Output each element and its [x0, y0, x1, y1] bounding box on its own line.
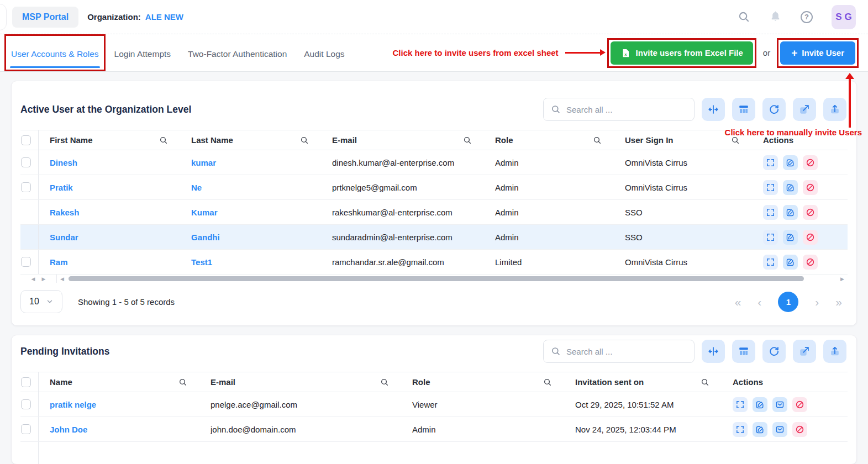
first-name-link[interactable]: Pratik	[39, 183, 180, 192]
revoke-invitation-button[interactable]	[792, 422, 807, 437]
current-page-button[interactable]: 1	[778, 292, 798, 312]
expand-row-button[interactable]	[763, 155, 778, 170]
block-user-button[interactable]	[803, 155, 818, 170]
prev-page-button[interactable]: ‹	[757, 296, 761, 308]
bell-icon[interactable]	[769, 10, 782, 23]
col-name: Name	[50, 377, 72, 387]
upload-button[interactable]	[823, 98, 846, 121]
scroll-left-icon[interactable]: ◀	[31, 276, 35, 282]
column-chooser-button[interactable]	[732, 98, 755, 121]
scrollbar-thumb[interactable]	[69, 276, 804, 281]
active-users-search[interactable]	[543, 98, 695, 121]
first-name-link[interactable]: Sundar	[39, 233, 180, 242]
sent-on-value: Nov 24, 2025, 12:03:44 PM	[564, 425, 722, 434]
expand-row-button[interactable]	[763, 230, 778, 245]
export-button[interactable]	[793, 98, 816, 121]
fit-columns-button[interactable]	[702, 340, 725, 363]
pending-invitations-card: Pending Invitations Name	[11, 335, 857, 464]
column-search-icon[interactable]	[380, 378, 389, 387]
edit-user-button[interactable]	[783, 205, 798, 220]
scroll-right-icon[interactable]: ▶	[42, 276, 46, 282]
select-all-checkbox[interactable]	[21, 377, 31, 387]
expand-row-button[interactable]	[763, 180, 778, 195]
column-search-icon[interactable]	[543, 378, 552, 387]
active-users-search-input[interactable]	[566, 105, 687, 114]
refresh-button[interactable]	[762, 340, 786, 363]
last-name-link[interactable]: Ne	[180, 183, 321, 192]
row-checkbox[interactable]	[21, 157, 31, 167]
export-button[interactable]	[793, 340, 816, 363]
tab-bar: User Accounts & Roles Login Attempts Two…	[0, 34, 868, 72]
resend-invitation-button[interactable]	[772, 397, 787, 412]
invite-user-button[interactable]: + Invite User	[780, 41, 855, 65]
edit-user-button[interactable]	[783, 230, 798, 245]
invitee-name-link[interactable]: John Doe	[39, 425, 199, 434]
last-name-link[interactable]: Gandhi	[180, 233, 321, 242]
tab-audit-logs[interactable]: Audit Logs	[304, 47, 344, 59]
pending-invitations-search[interactable]	[543, 340, 695, 363]
scroll-right-icon[interactable]: ▶	[840, 276, 844, 282]
block-user-button[interactable]	[803, 255, 818, 270]
annotation-arrow-right	[565, 52, 601, 54]
active-users-card: Active User at the Organization Level	[11, 81, 857, 326]
search-icon[interactable]	[738, 10, 750, 23]
expand-row-button[interactable]	[763, 255, 778, 270]
column-chooser-button[interactable]	[732, 340, 755, 363]
column-search-icon[interactable]	[159, 136, 168, 145]
invitee-name-link[interactable]: pratik nelge	[39, 400, 199, 409]
column-search-icon[interactable]	[701, 378, 709, 387]
block-user-button[interactable]	[803, 230, 818, 245]
select-all-checkbox[interactable]	[21, 135, 31, 145]
last-name-link[interactable]: Test1	[180, 257, 321, 267]
refresh-button[interactable]	[762, 98, 786, 121]
sign-in-value: SSO	[614, 208, 752, 217]
upload-button[interactable]	[823, 340, 846, 363]
first-name-link[interactable]: Ram	[39, 257, 180, 267]
sent-on-value: Oct 29, 2025, 10:51:52 AM	[564, 400, 722, 409]
block-user-button[interactable]	[803, 205, 818, 220]
row-checkbox[interactable]	[21, 257, 31, 267]
pending-invitations-search-input[interactable]	[566, 347, 687, 356]
column-search-icon[interactable]	[300, 136, 309, 145]
sign-in-value: SSO	[614, 233, 752, 242]
scroll-left-icon[interactable]: ◀	[60, 276, 64, 282]
sidebar-edge	[0, 4, 7, 30]
help-icon[interactable]: ?	[801, 11, 813, 23]
last-name-link[interactable]: Kumar	[180, 208, 321, 217]
row-checkbox[interactable]	[21, 399, 31, 409]
edit-invitation-button[interactable]	[753, 422, 767, 437]
table-row: Rakesh Kumar rakeshkumar@al-enterprise.c…	[20, 200, 848, 225]
column-search-icon[interactable]	[593, 136, 602, 145]
last-page-button[interactable]: »	[835, 296, 842, 308]
edit-user-button[interactable]	[783, 180, 798, 195]
tab-two-factor-authentication[interactable]: Two-Factor Authentication	[188, 47, 287, 59]
block-user-button[interactable]	[803, 180, 818, 195]
row-checkbox[interactable]	[21, 182, 31, 192]
edit-invitation-button[interactable]	[753, 397, 767, 412]
page-size-select[interactable]: 10	[20, 290, 62, 313]
column-search-icon[interactable]	[463, 136, 472, 145]
avatar[interactable]: S G	[832, 5, 856, 29]
last-name-link[interactable]: kumar	[180, 158, 321, 167]
first-page-button[interactable]: «	[735, 296, 741, 308]
resend-invitation-button[interactable]	[772, 422, 787, 437]
fit-columns-button[interactable]	[702, 98, 725, 121]
organization-value-link[interactable]: ALE NEW	[145, 12, 183, 22]
revoke-invitation-button[interactable]	[792, 397, 807, 412]
msp-portal-button[interactable]: MSP Portal	[12, 7, 78, 28]
first-name-link[interactable]: Dinesh	[39, 158, 180, 167]
next-page-button[interactable]: ›	[815, 296, 819, 308]
table-row: Pratik Ne prtknelge5@gmail.com Admin Omn…	[20, 175, 848, 200]
upload-icon	[829, 103, 841, 115]
expand-row-button[interactable]	[763, 205, 778, 220]
invite-users-excel-button[interactable]: x Invite users from Excel File	[611, 41, 753, 65]
column-search-icon[interactable]	[178, 378, 187, 387]
tab-login-attempts[interactable]: Login Attempts	[114, 47, 171, 59]
first-name-link[interactable]: Rakesh	[39, 208, 180, 217]
row-checkbox[interactable]	[21, 424, 31, 434]
tab-user-accounts-roles[interactable]: User Accounts & Roles	[11, 36, 99, 70]
expand-row-button[interactable]	[733, 422, 748, 437]
expand-row-button[interactable]	[733, 397, 748, 412]
edit-user-button[interactable]	[783, 155, 798, 170]
edit-user-button[interactable]	[783, 255, 798, 270]
